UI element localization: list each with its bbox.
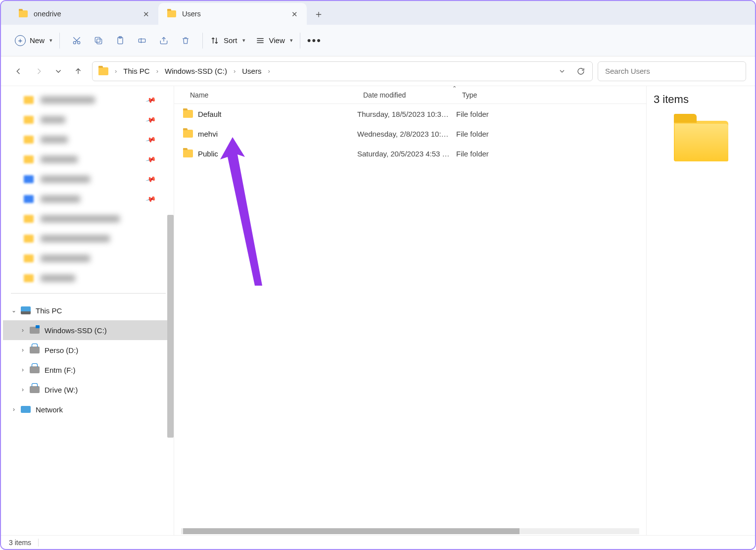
tree-drive[interactable]: ›Drive (W:)	[3, 380, 174, 400]
toolbar: + New ▾ Sort ▾ View ▾ •••	[1, 25, 755, 56]
column-headers: ⌃ Name Date modified Type	[174, 86, 646, 104]
tree-network[interactable]: ›Network	[3, 400, 174, 419]
close-icon[interactable]: ✕	[288, 8, 301, 20]
chevron-right-icon: ›	[233, 67, 236, 75]
sort-label: Sort	[224, 36, 237, 45]
tree-drive[interactable]: ›Windows-SSD (C:)	[3, 320, 174, 340]
network-icon	[21, 406, 31, 413]
breadcrumb[interactable]: Windows-SSD (C:)	[162, 65, 230, 77]
pc-icon	[21, 306, 31, 314]
address-bar[interactable]: › This PC › Windows-SSD (C:) › Users ›	[92, 61, 593, 81]
chevron-right-icon: ›	[267, 67, 270, 75]
status-bar: 3 items	[1, 535, 755, 549]
file-row[interactable]: Public Saturday, 20/5/2023 4:53 … File f…	[174, 144, 646, 163]
column-type[interactable]: Type	[456, 91, 646, 99]
quick-access-item[interactable]	[11, 209, 166, 229]
plus-circle-icon: +	[15, 35, 26, 46]
refresh-button[interactable]	[573, 64, 588, 79]
copy-button[interactable]	[89, 31, 108, 50]
column-date[interactable]: Date modified	[357, 91, 456, 99]
sort-indicator-icon: ⌃	[452, 86, 457, 92]
file-row[interactable]: mehvi Wednesday, 2/8/2023 10:… File fold…	[174, 124, 646, 144]
sidebar: 📌 📌 📌 📌 📌 📌 ⌄This PC ›Windows-SSD (C:) ›…	[1, 86, 174, 535]
pin-icon: 📌	[145, 95, 156, 105]
tab-users[interactable]: Users ✕	[158, 3, 307, 25]
folder-icon	[98, 67, 108, 75]
chevron-right-icon: ›	[18, 347, 28, 353]
quick-access-item[interactable]: 📌	[11, 130, 166, 150]
rename-button[interactable]	[132, 31, 152, 50]
share-button[interactable]	[154, 31, 174, 50]
file-row[interactable]: Default Thursday, 18/5/2023 10:3… File f…	[174, 104, 646, 124]
sidebar-scrollbar[interactable]	[167, 215, 174, 438]
status-count: 3 items	[9, 539, 31, 547]
drive-icon	[30, 347, 40, 353]
chevron-down-icon: ▾	[290, 37, 293, 44]
quick-access-item[interactable]	[11, 268, 166, 288]
folder-icon	[183, 150, 193, 157]
quick-access-item[interactable]	[11, 229, 166, 249]
search-input[interactable]	[598, 61, 746, 81]
new-label: New	[30, 36, 45, 45]
quick-access-item[interactable]: 📌	[11, 90, 166, 110]
tree-drive[interactable]: ›Entm (F:)	[3, 360, 174, 380]
svg-rect-3	[95, 37, 100, 42]
tree-this-pc[interactable]: ⌄This PC	[3, 300, 174, 320]
paste-button[interactable]	[110, 31, 130, 50]
back-button[interactable]	[10, 62, 28, 80]
new-button[interactable]: + New ▾	[10, 31, 57, 50]
more-button[interactable]: •••	[302, 31, 327, 50]
add-tab-button[interactable]: ＋	[307, 3, 331, 25]
tabs-bar: onedrive ✕ Users ✕ ＋	[1, 1, 755, 25]
chevron-down-icon: ▾	[49, 37, 52, 44]
sort-button[interactable]: Sort ▾	[205, 31, 250, 50]
folder-icon	[183, 110, 193, 118]
details-title: 3 items	[654, 93, 748, 106]
ellipsis-icon: •••	[307, 34, 322, 47]
folder-icon	[19, 10, 28, 17]
chevron-down-icon: ⌄	[9, 307, 19, 314]
chevron-right-icon: ›	[114, 67, 117, 75]
horizontal-scrollbar[interactable]	[181, 528, 639, 534]
chevron-right-icon: ›	[18, 327, 28, 334]
column-name[interactable]: Name	[174, 91, 357, 99]
folder-large-icon	[674, 121, 728, 161]
quick-access-item[interactable]: 📌	[11, 189, 166, 209]
tree-drive[interactable]: ›Perso (D:)	[3, 340, 174, 360]
view-label: View	[269, 36, 285, 45]
view-button[interactable]: View ▾	[250, 31, 298, 50]
tab-label: onedrive	[34, 10, 61, 18]
svg-rect-2	[97, 39, 102, 44]
chevron-down-icon: ▾	[242, 37, 245, 44]
forward-button[interactable]	[30, 62, 47, 80]
drive-icon	[30, 386, 40, 393]
navigation-row: › This PC › Windows-SSD (C:) › Users ›	[1, 56, 755, 86]
breadcrumb[interactable]: This PC	[120, 65, 152, 77]
drive-icon	[30, 327, 40, 334]
pin-icon: 📌	[145, 134, 156, 145]
file-list: ⌃ Name Date modified Type Default Thursd…	[174, 86, 646, 535]
quick-access-item[interactable]	[11, 249, 166, 268]
delete-button[interactable]	[176, 31, 195, 50]
recent-button[interactable]	[49, 62, 67, 80]
drive-icon	[30, 366, 40, 373]
pin-icon: 📌	[145, 154, 156, 165]
chevron-right-icon: ›	[18, 386, 28, 393]
folder-icon	[183, 130, 193, 138]
tab-onedrive[interactable]: onedrive ✕	[10, 3, 158, 25]
quick-access-item[interactable]: 📌	[11, 150, 166, 169]
address-dropdown-button[interactable]	[555, 64, 569, 79]
pin-icon: 📌	[145, 174, 156, 185]
quick-access-section: 📌 📌 📌 📌 📌 📌	[11, 90, 166, 294]
quick-access-item[interactable]: 📌	[11, 110, 166, 130]
chevron-right-icon: ›	[18, 366, 28, 373]
tab-label: Users	[182, 10, 201, 18]
up-button[interactable]	[69, 62, 87, 80]
cut-button[interactable]	[67, 31, 87, 50]
chevron-right-icon: ›	[156, 67, 159, 75]
breadcrumb[interactable]: Users	[239, 65, 264, 77]
quick-access-item[interactable]: 📌	[11, 169, 166, 189]
folder-icon	[167, 10, 176, 17]
close-icon[interactable]: ✕	[140, 8, 152, 20]
details-pane: 3 items	[646, 86, 755, 535]
